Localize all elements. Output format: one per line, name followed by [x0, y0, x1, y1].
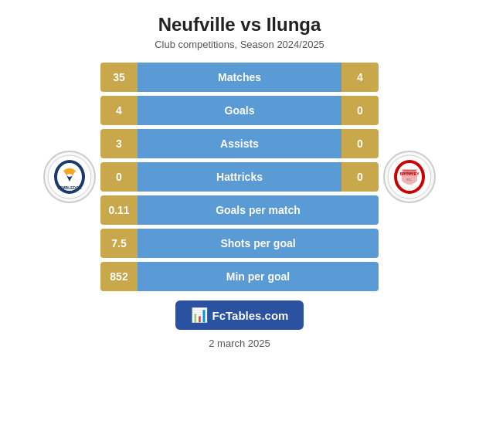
stat-label-assists: Assists — [138, 129, 341, 158]
stat-label-hattricks: Hattricks — [138, 162, 341, 192]
svg-text:F.C.: F.C. — [406, 178, 412, 182]
stat-left-assists: 3 — [100, 129, 138, 158]
stat-row-matches: 35Matches4 — [100, 63, 379, 92]
stat-left-min-per-goal: 852 — [100, 262, 138, 291]
stat-left-matches: 35 — [100, 63, 138, 92]
stat-row-goals-per-match: 0.11Goals per match — [100, 195, 379, 225]
stat-right-goals: 0 — [341, 96, 379, 125]
stat-right-matches: 4 — [341, 63, 379, 92]
stat-row-shots-per-goal: 7.5Shots per goal — [100, 229, 379, 258]
stat-row-assists: 3Assists0 — [100, 129, 379, 158]
stat-row-min-per-goal: 852Min per goal — [100, 262, 379, 291]
page-subtitle: Club competitions, Season 2024/2025 — [155, 39, 324, 50]
stat-row-goals: 4Goals0 — [100, 96, 379, 125]
right-team-badge: BROMLEY F.C. — [383, 151, 436, 203]
left-team-logo: WIMBLEDON — [39, 151, 100, 203]
fctables-icon: 📊 — [191, 307, 208, 324]
page-title: Neufville vs Ilunga — [155, 14, 324, 36]
stats-container: 35Matches44Goals03Assists00Hattricks00.1… — [100, 63, 379, 291]
stat-label-min-per-goal: Min per goal — [138, 262, 379, 291]
left-team-badge: WIMBLEDON — [43, 151, 96, 203]
stat-label-matches: Matches — [138, 63, 341, 92]
stat-label-goals: Goals — [138, 96, 341, 125]
footer-date: 2 march 2025 — [209, 338, 270, 349]
svg-text:WIMBLEDON: WIMBLEDON — [57, 185, 82, 190]
page-header: Neufville vs Ilunga Club competitions, S… — [147, 0, 332, 55]
fctables-text: FcTables.com — [212, 309, 289, 322]
stat-label-shots-per-goal: Shots per goal — [138, 229, 379, 258]
stat-right-assists: 0 — [341, 129, 379, 158]
stat-left-hattricks: 0 — [100, 162, 138, 192]
stat-right-hattricks: 0 — [341, 162, 379, 192]
fctables-logo: 📊 FcTables.com — [175, 300, 304, 330]
stat-left-goals: 4 — [100, 96, 138, 125]
stat-left-shots-per-goal: 7.5 — [100, 229, 138, 258]
stat-left-goals-per-match: 0.11 — [100, 195, 138, 225]
comparison-section: WIMBLEDON 35Matches44Goals03Assists00Hat… — [0, 55, 479, 291]
right-team-logo: BROMLEY F.C. — [379, 151, 440, 203]
svg-text:BROMLEY: BROMLEY — [400, 171, 420, 176]
stat-row-hattricks: 0Hattricks0 — [100, 162, 379, 192]
stat-label-goals-per-match: Goals per match — [138, 195, 379, 225]
